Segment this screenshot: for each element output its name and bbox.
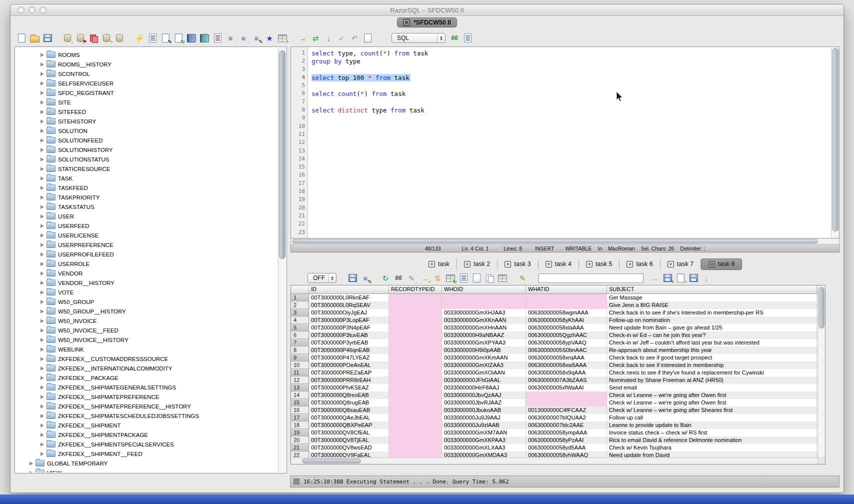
- table-cell[interactable]: 0033000000GmXKnAAN: [442, 316, 526, 324]
- disclosure-triangle-icon[interactable]: [30, 471, 33, 473]
- close-result-tab-icon[interactable]: ✕: [504, 261, 511, 268]
- disclosure-triangle-icon[interactable]: [40, 310, 44, 314]
- row-number-cell[interactable]: 11: [291, 369, 309, 376]
- column-header-recordtypeid[interactable]: RECORDTYPEID: [389, 286, 442, 294]
- table-hscrollbar[interactable]: [291, 458, 818, 464]
- table-cell[interactable]: 00630000007A3bZAAS: [526, 376, 607, 384]
- table-cell[interactable]: 00T3000000QBXPeEAP: [309, 422, 389, 429]
- disclosure-triangle-icon[interactable]: [40, 433, 44, 437]
- tree-item-user[interactable]: USER: [16, 212, 278, 221]
- table-cell[interactable]: [389, 429, 442, 436]
- disclosure-triangle-icon[interactable]: [40, 224, 44, 228]
- table-cell[interactable]: Check back in to see if she's interested…: [607, 309, 817, 316]
- table-cell[interactable]: 00630000007blc2AAE: [526, 422, 607, 429]
- disclosure-triangle-icon[interactable]: [40, 100, 44, 104]
- table-cell[interactable]: Check back to see if interested in membe…: [607, 362, 817, 369]
- table-cell[interactable]: 00T3000000P47LYEAZ: [309, 354, 389, 362]
- result-tab-task-3[interactable]: ✕task 3: [498, 259, 538, 270]
- edit-cell-icon[interactable]: ✎→: [406, 273, 416, 283]
- table-cell[interactable]: 00T3000000Q8sauEAB: [309, 406, 389, 414]
- table-cell[interactable]: Invoice status check – check w/ RS first: [607, 429, 817, 436]
- table-cell[interactable]: [389, 302, 442, 309]
- row-number-cell[interactable]: 4: [291, 316, 309, 324]
- row-number-cell[interactable]: 18: [291, 422, 309, 429]
- disclosure-triangle-icon[interactable]: [40, 72, 44, 76]
- table-cell[interactable]: 006300000058yhWAAQ: [526, 452, 607, 458]
- rollback-icon[interactable]: ↶: [350, 33, 360, 43]
- table-cell[interactable]: Leanne to provide update to Bain: [607, 422, 817, 429]
- table-cell[interactable]: Need update from Bain – gave go ahead 1/…: [607, 324, 817, 332]
- sql-editor[interactable]: 1234567891011121314151617181920212223 se…: [290, 46, 840, 238]
- table-cell[interactable]: 00T3000000P3N4pEAF: [309, 324, 389, 332]
- table-cell[interactable]: Check w/ Leanne – we're going after Shea…: [607, 406, 817, 414]
- disclosure-triangle-icon[interactable]: [40, 366, 44, 370]
- table-cell[interactable]: 00T3000000QAeJbEAL: [309, 414, 389, 422]
- table-cell[interactable]: 00630000005QgzhAAC: [526, 332, 607, 339]
- table-cell[interactable]: [526, 294, 607, 302]
- table-row[interactable]: 2000T3000000QV8TjEAL0033000000GmXKPAA300…: [291, 436, 818, 444]
- tree-item-vote[interactable]: VOTE: [16, 288, 278, 297]
- result-tab-task-7[interactable]: ✕task 7: [660, 259, 701, 270]
- table-cell[interactable]: [526, 392, 607, 399]
- row-number-cell[interactable]: 6: [291, 332, 309, 339]
- table-cell[interactable]: 0013000000C4fFCAAZ: [526, 406, 607, 414]
- close-result-tab-icon[interactable]: ✕: [464, 261, 470, 268]
- table-row[interactable]: 700T3000000P3yrbEAB0033000000GmXPYAA3006…: [291, 339, 818, 346]
- table-cell[interactable]: [389, 369, 442, 376]
- table-hscrollbar-thumb[interactable]: [302, 458, 361, 464]
- tree-item-vendor__history[interactable]: VENDOR__HISTORY: [16, 278, 278, 288]
- close-result-tab-icon[interactable]: ✕: [546, 261, 552, 268]
- disclosure-triangle-icon[interactable]: [40, 205, 44, 209]
- table-cell[interactable]: 00T3000000POeAnEAL: [309, 362, 389, 369]
- row-number-cell[interactable]: 20: [291, 436, 309, 444]
- table-cell[interactable]: 006300000058ympAAA: [526, 429, 607, 436]
- table-row[interactable]: 200T3000000L0RqSEAVGive Jenn a BIG RAISE…: [291, 302, 818, 309]
- highlight-pen-icon[interactable]: ✎: [518, 273, 528, 283]
- disclosure-triangle-icon[interactable]: [40, 138, 44, 142]
- next-result-icon[interactable]: →: [650, 273, 660, 283]
- table-cell[interactable]: 0033000000H9i0pAAB: [442, 346, 526, 354]
- table-cell[interactable]: Need update from David: [607, 452, 817, 458]
- row-number-cell[interactable]: 22: [291, 452, 309, 458]
- save-results-icon[interactable]: [348, 273, 358, 283]
- open-file-icon[interactable]: [30, 33, 40, 43]
- close-result-tab-icon[interactable]: ✕: [668, 261, 674, 268]
- table-row[interactable]: 1400T3000000Q8rexEAB0033000000JbvQzAAJCh…: [291, 392, 818, 399]
- tree-item-solutionfeed[interactable]: SOLUTIONFEED: [16, 136, 278, 145]
- table-row[interactable]: 500T3000000P3N4pEAF0033000000GmXHnAAN006…: [291, 324, 818, 332]
- edit-page-icon[interactable]: ✎: [160, 33, 170, 43]
- new-database-object-icon[interactable]: +: [102, 33, 112, 43]
- help-book-icon[interactable]: [200, 33, 210, 43]
- table-cell[interactable]: 00T3000000Q8rexEAB: [309, 392, 389, 399]
- disclosure-triangle-icon[interactable]: [40, 91, 44, 95]
- table-cell[interactable]: 0033000000GmXM7AAN: [442, 429, 526, 436]
- tree-item-solutionhistory[interactable]: SOLUTIONHISTORY: [16, 145, 278, 154]
- row-number-cell[interactable]: 14: [291, 392, 309, 399]
- disclosure-triangle-icon[interactable]: [40, 148, 44, 152]
- result-tab-task-2[interactable]: ✕task 2: [457, 259, 498, 270]
- close-result-tab-icon[interactable]: ✕: [586, 261, 592, 268]
- tree-item-global temporary[interactable]: GLOBAL TEMPORARY: [16, 458, 278, 468]
- disclosure-triangle-icon[interactable]: [40, 404, 44, 408]
- tree-item-task[interactable]: TASK: [16, 174, 278, 183]
- table-cell[interactable]: [389, 452, 442, 458]
- table-cell[interactable]: 00630000007bIQUAA2: [526, 414, 607, 422]
- tree-item-zkfedex__shipmatepreference[interactable]: ZKFEDEX__SHIPMATEPREFERENCE: [16, 392, 278, 402]
- column-header-whoid[interactable]: WHOID: [442, 286, 526, 294]
- table-row[interactable]: 1800T3000000QBXPeEAP0033000000Ju9zlAAB00…: [291, 422, 818, 429]
- result-tab-task-5[interactable]: ✕task 5: [579, 259, 620, 270]
- table-cell[interactable]: 00T3000000OiyJgEAJ: [309, 309, 389, 316]
- row-number-cell[interactable]: 17: [291, 414, 309, 422]
- document-tab[interactable]: ✕ *SFDCW50 II: [397, 18, 457, 28]
- row-number-cell[interactable]: 10: [291, 362, 309, 369]
- table-cell[interactable]: Get Massage: [607, 294, 817, 302]
- table-cell[interactable]: Check w/ Kevin Tsujihara: [607, 444, 817, 452]
- go-forward-icon[interactable]: →: [298, 33, 308, 43]
- pane-splitter[interactable]: [287, 46, 290, 474]
- table-cell[interactable]: 0033000000HirF8AAJ: [442, 384, 526, 392]
- table-row[interactable]: 1600T3000000Q8sauEAB0033000000JbukoAAB00…: [291, 406, 818, 414]
- table-row[interactable]: 1900T3000000QV8CfEAL0033000000GmXM7AAN00…: [291, 429, 818, 436]
- table-cell[interactable]: Check w/ Leanne – we're going after Owen…: [607, 399, 817, 406]
- new-file-icon[interactable]: [16, 33, 26, 43]
- table-cell[interactable]: [389, 316, 442, 324]
